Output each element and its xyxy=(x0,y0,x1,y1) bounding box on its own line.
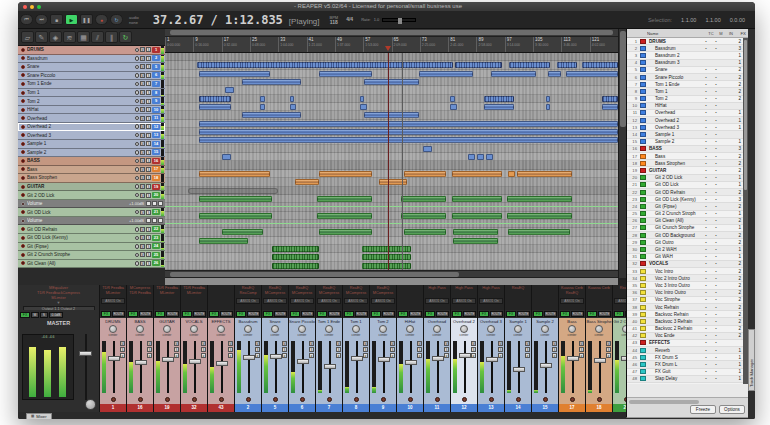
solo-button[interactable]: S xyxy=(146,167,151,172)
record-arm-icon[interactable] xyxy=(21,82,25,86)
mute-button[interactable]: M xyxy=(140,47,145,52)
row-mcp-dot[interactable]: • xyxy=(711,190,721,195)
pan-knob[interactable] xyxy=(135,99,140,104)
track-manager-row[interactable]: 4Bassdrum 31 xyxy=(627,60,743,67)
strip-mute-button[interactable]: M xyxy=(147,341,152,346)
row-tcp-dot[interactable]: • xyxy=(701,132,711,137)
row-mcp-dot[interactable]: • xyxy=(711,161,721,166)
row-fx-count[interactable]: 2 xyxy=(731,312,743,317)
strip-phase-button[interactable]: ø xyxy=(552,353,557,358)
strip-route-button[interactable]: ROUTE xyxy=(220,311,233,317)
strip-route-button[interactable]: ROUTE xyxy=(544,311,557,317)
minimize-window-icon[interactable] xyxy=(30,5,34,9)
track-manager-row[interactable]: 40Backvoc 3 Refrain••2 xyxy=(627,318,743,325)
arrange-lane[interactable] xyxy=(165,78,618,86)
mute-button[interactable]: M xyxy=(140,90,145,95)
mixer-strip-tom-2[interactable]: FXROUTETom 2centerMSø9 xyxy=(370,310,397,412)
crossfade-icon[interactable]: ⫽ xyxy=(91,31,104,43)
envelope-mini-button[interactable] xyxy=(158,218,163,223)
row-fx-count[interactable]: 1 xyxy=(731,53,743,58)
track-manager-row[interactable]: 6Snare Piccolo••2 xyxy=(627,74,743,81)
row-tcp-dot[interactable]: • xyxy=(701,340,711,345)
strip-record-arm[interactable] xyxy=(165,397,170,402)
strip-route-button[interactable]: ROUTE xyxy=(328,311,341,317)
strip-fx-button[interactable]: FX xyxy=(533,311,543,317)
envelope-lane-row[interactable]: Volume+1.00dB xyxy=(18,217,165,226)
row-tcp-dot[interactable]: • xyxy=(701,139,711,144)
media-item[interactable] xyxy=(319,229,372,235)
record-arm-icon[interactable] xyxy=(21,193,25,197)
row-mcp-dot[interactable]: • xyxy=(711,283,721,288)
media-item[interactable] xyxy=(290,96,295,102)
solo-button[interactable]: S xyxy=(146,99,151,104)
row-fx-count[interactable]: 1 xyxy=(731,225,743,230)
row-tcp-dot[interactable]: • xyxy=(701,283,711,288)
media-item[interactable] xyxy=(319,171,372,177)
track-row-git-od-refrain[interactable]: Git OD RefrainMS22 xyxy=(18,225,165,234)
strip-pan-knob[interactable] xyxy=(568,325,576,333)
strip-mute-button[interactable]: M xyxy=(471,341,476,346)
track-row-hihat[interactable]: HiHatMS10 xyxy=(18,106,165,115)
media-item[interactable] xyxy=(199,171,270,177)
row-fx-count[interactable]: 1 xyxy=(731,118,743,123)
row-fx-count[interactable]: 2 xyxy=(731,168,743,173)
media-item[interactable] xyxy=(199,238,247,244)
strip-phase-button[interactable]: ø xyxy=(606,353,611,358)
pan-knob[interactable] xyxy=(135,167,140,172)
track-manager-row[interactable]: 23Git OD Lick (Kenny)••3 xyxy=(627,196,743,203)
track-manager-row[interactable]: 32VOCALS••2 xyxy=(627,261,743,268)
strip-record-arm[interactable] xyxy=(597,397,602,402)
track-manager-row[interactable]: 13Overhead 3••1 xyxy=(627,124,743,131)
strip-record-arm[interactable] xyxy=(543,397,548,402)
media-item[interactable] xyxy=(582,62,618,68)
strip-pan-knob[interactable] xyxy=(217,325,225,333)
track-manager-row[interactable]: 43EFFECTS•• xyxy=(627,340,743,347)
track-manager-hscrollbar[interactable] xyxy=(629,400,699,404)
strip-mute-button[interactable]: M xyxy=(444,341,449,346)
row-mcp-dot[interactable]: • xyxy=(711,362,721,367)
pan-knob[interactable] xyxy=(135,150,140,155)
strip-pan-knob[interactable] xyxy=(541,325,549,333)
track-row-bass[interactable]: BASSMS16 xyxy=(18,157,165,166)
strip-pan-knob[interactable] xyxy=(352,325,360,333)
strip-mute-button[interactable]: M xyxy=(336,341,341,346)
mute-button[interactable]: M xyxy=(140,175,145,180)
track-row-sample-1[interactable]: Sample 1MS14 xyxy=(18,140,165,149)
row-fx-count[interactable]: 1 xyxy=(731,211,743,216)
row-mcp-dot[interactable]: • xyxy=(711,340,721,345)
fx-insert-name[interactable] xyxy=(532,291,558,296)
input-select-button[interactable]: ASIO1 On xyxy=(479,298,503,304)
mixer-strip-sample-2[interactable]: FXROUTESample 2centerMSø15 xyxy=(532,310,559,412)
solo-button[interactable]: S xyxy=(146,81,151,86)
pan-knob[interactable] xyxy=(135,193,140,198)
fx-insert-name[interactable]: TDR Feedba xyxy=(127,291,153,296)
strip-pan-knob[interactable] xyxy=(163,325,171,333)
pan-knob[interactable] xyxy=(135,82,140,87)
arrange-lane[interactable] xyxy=(165,245,618,253)
pan-knob[interactable] xyxy=(135,244,140,249)
record-arm-icon[interactable] xyxy=(21,210,25,214)
strip-solo-button[interactable]: S xyxy=(228,347,233,352)
strip-mute-button[interactable]: M xyxy=(525,341,530,346)
strip-record-arm[interactable] xyxy=(381,397,386,402)
media-item[interactable] xyxy=(484,104,513,110)
playback-rate[interactable]: Rate: 1.0 xyxy=(361,17,416,22)
media-item[interactable] xyxy=(419,71,473,77)
fx-insert-name[interactable]: MCompress xyxy=(316,291,342,296)
strip-route-button[interactable]: ROUTE xyxy=(166,311,179,317)
track-row-tom-2[interactable]: Tom 2MS9 xyxy=(18,97,165,106)
track-row-bass[interactable]: BassMS17 xyxy=(18,166,165,175)
arrange-lane[interactable] xyxy=(165,153,618,161)
pan-knob[interactable] xyxy=(135,48,140,53)
mixer-strip-bass[interactable]: FXROUTEBASScenterMSø16 xyxy=(127,310,154,412)
row-fx-count[interactable]: 1 xyxy=(731,355,743,360)
track-manager-row[interactable]: 7Tom 1 Ende••2 xyxy=(627,81,743,88)
strip-pan-knob[interactable] xyxy=(595,325,603,333)
media-item[interactable] xyxy=(364,79,418,85)
row-mcp-dot[interactable]: • xyxy=(711,146,721,151)
mute-button[interactable]: M xyxy=(140,107,145,112)
fx-insert-name[interactable]: ReaEQ xyxy=(559,291,585,296)
record-arm-icon[interactable] xyxy=(21,65,25,69)
row-mcp-dot[interactable]: • xyxy=(711,168,721,173)
strip-fx-button[interactable]: FX xyxy=(398,311,408,317)
